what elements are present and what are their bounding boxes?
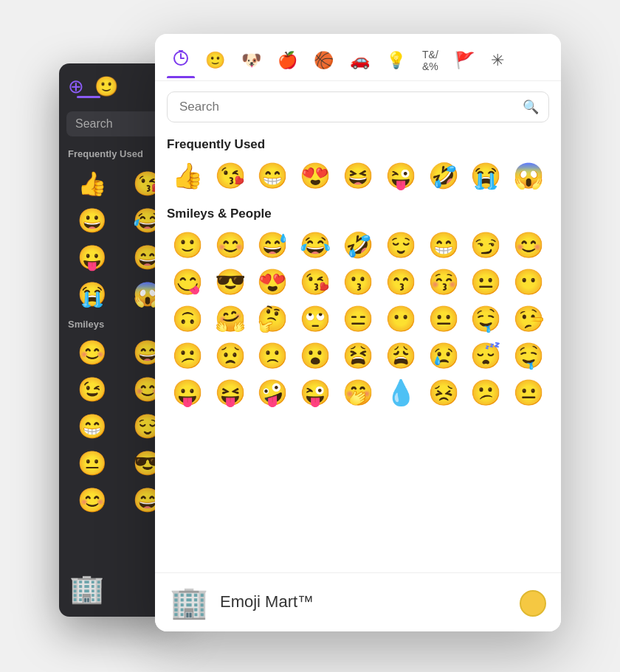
- search-area: 🔍: [155, 81, 561, 130]
- list-item[interactable]: 💧: [380, 375, 421, 410]
- list-item[interactable]: 🤗: [210, 301, 251, 336]
- tab-recent[interactable]: [167, 46, 195, 78]
- footer-dot: [520, 590, 546, 617]
- list-item[interactable]: 🤥: [508, 301, 549, 336]
- list-item[interactable]: 😱: [508, 158, 549, 193]
- list-item[interactable]: 😕: [465, 375, 506, 410]
- list-item[interactable]: 😍: [294, 158, 336, 193]
- list-item[interactable]: 😫: [337, 338, 379, 373]
- list-item[interactable]: 😂: [294, 227, 336, 263]
- list-item[interactable]: 😭: [66, 277, 119, 311]
- list-item[interactable]: 😕: [167, 338, 208, 373]
- back-building-icon: 🏢: [69, 572, 104, 605]
- list-item[interactable]: 😢: [423, 338, 464, 373]
- list-item[interactable]: 😊: [66, 483, 119, 517]
- emoji-picker-scene: ⊕ 🙂 Search Frequently Used 👍 😘 😀 😂 😛 😅 😭…: [59, 34, 561, 639]
- tab-flags[interactable]: 🚩: [449, 46, 480, 77]
- list-item[interactable]: 😊: [210, 227, 251, 263]
- list-item[interactable]: 😁: [252, 158, 294, 193]
- list-item[interactable]: 😊: [508, 227, 549, 263]
- back-tab-recent[interactable]: ⊕: [68, 75, 84, 97]
- frequently-used-grid: 👍 😘 😁 😍 😆 😜 🤣 😭 😱: [167, 158, 549, 193]
- list-item[interactable]: 😌: [380, 227, 421, 263]
- list-item[interactable]: 🙄: [294, 301, 336, 336]
- front-panel: 🙂 🐶 🍎 🏀 🚗 💡 T&/&% 🚩 ✳ 🔍 Frequently Used …: [155, 34, 561, 631]
- list-item[interactable]: 🤪: [252, 375, 294, 410]
- list-item[interactable]: 😆: [337, 158, 379, 193]
- tab-smileys[interactable]: 🙂: [199, 46, 231, 77]
- list-item[interactable]: 😛: [167, 375, 208, 410]
- list-item[interactable]: 😐: [508, 375, 549, 410]
- list-item[interactable]: 😉: [66, 373, 119, 406]
- list-item[interactable]: 🙂: [167, 227, 208, 263]
- list-item[interactable]: 😐: [66, 446, 119, 480]
- back-tab-smileys[interactable]: 🙂: [94, 75, 118, 98]
- list-item[interactable]: 😭: [465, 158, 506, 193]
- emoji-mart-footer: 🏢 Emoji Mart™: [155, 572, 561, 631]
- list-item[interactable]: 😮: [294, 338, 336, 373]
- emoji-tabs: 🙂 🐶 🍎 🏀 🚗 💡 T&/&% 🚩 ✳: [155, 34, 561, 82]
- list-item[interactable]: 😚: [423, 264, 464, 299]
- list-item[interactable]: 😝: [210, 375, 251, 410]
- list-item[interactable]: 🤣: [423, 158, 464, 193]
- list-item[interactable]: 🙃: [167, 301, 208, 336]
- list-item[interactable]: 😜: [380, 158, 421, 193]
- tab-objects[interactable]: 💡: [380, 46, 412, 77]
- list-item[interactable]: 👍: [66, 167, 119, 201]
- list-item[interactable]: 🤤: [508, 338, 549, 373]
- list-item[interactable]: 😘: [294, 264, 336, 299]
- tab-animals[interactable]: 🐶: [235, 46, 267, 77]
- tab-food[interactable]: 🍎: [272, 46, 303, 77]
- search-input[interactable]: [167, 91, 549, 122]
- list-item[interactable]: 😁: [423, 227, 464, 263]
- list-item[interactable]: 😶: [380, 301, 421, 336]
- search-wrapper: 🔍: [167, 91, 549, 122]
- frequently-used-label: Frequently Used: [167, 130, 549, 158]
- list-item[interactable]: 😣: [423, 375, 464, 410]
- smileys-grid: 🙂 😊 😅 😂 🤣 😌 😁 😏 😊 😋 😎 😍 😘 😗 😙 😚 😐 😶: [167, 227, 549, 410]
- list-item[interactable]: 😊: [66, 336, 119, 370]
- tab-custom[interactable]: ✳: [485, 46, 510, 77]
- list-item[interactable]: 😐: [465, 264, 506, 299]
- list-item[interactable]: 😶: [508, 264, 549, 299]
- list-item[interactable]: 😎: [210, 264, 251, 299]
- tab-activities[interactable]: 🏀: [308, 46, 340, 77]
- list-item[interactable]: 🤭: [337, 375, 379, 410]
- smileys-people-label: Smileys & People: [167, 199, 549, 227]
- list-item[interactable]: 🙁: [252, 338, 294, 373]
- list-item[interactable]: 😗: [337, 264, 379, 299]
- list-item[interactable]: 😩: [380, 338, 421, 373]
- list-item[interactable]: 👍: [167, 158, 208, 193]
- list-item[interactable]: 😘: [210, 158, 251, 193]
- list-item[interactable]: 😐: [423, 301, 464, 336]
- tab-symbols[interactable]: T&/&%: [416, 44, 444, 81]
- tab-travel[interactable]: 🚗: [344, 46, 376, 77]
- back-search-label: Search: [75, 117, 113, 130]
- list-item[interactable]: 😛: [66, 240, 119, 274]
- list-item[interactable]: 😑: [337, 301, 379, 336]
- list-item[interactable]: 😴: [465, 338, 506, 373]
- list-item[interactable]: 😍: [252, 264, 294, 299]
- list-item[interactable]: 😙: [380, 264, 421, 299]
- list-item[interactable]: 😀: [66, 204, 119, 238]
- list-item[interactable]: 😁: [66, 409, 119, 443]
- footer-brand-text: Emoji Mart™: [220, 592, 314, 612]
- footer-building-icon: 🏢: [170, 584, 208, 620]
- list-item[interactable]: 😋: [167, 264, 208, 299]
- list-item[interactable]: 🤤: [465, 301, 506, 336]
- list-item[interactable]: 😅: [252, 227, 294, 263]
- list-item[interactable]: 😜: [294, 375, 336, 410]
- list-item[interactable]: 😏: [465, 227, 506, 263]
- search-icon: 🔍: [523, 99, 539, 115]
- list-item[interactable]: 😟: [210, 338, 251, 373]
- list-item[interactable]: 🤔: [252, 301, 294, 336]
- list-item[interactable]: 🤣: [337, 227, 379, 263]
- emoji-content: Frequently Used 👍 😘 😁 😍 😆 😜 🤣 😭 😱 Smiley…: [155, 130, 561, 577]
